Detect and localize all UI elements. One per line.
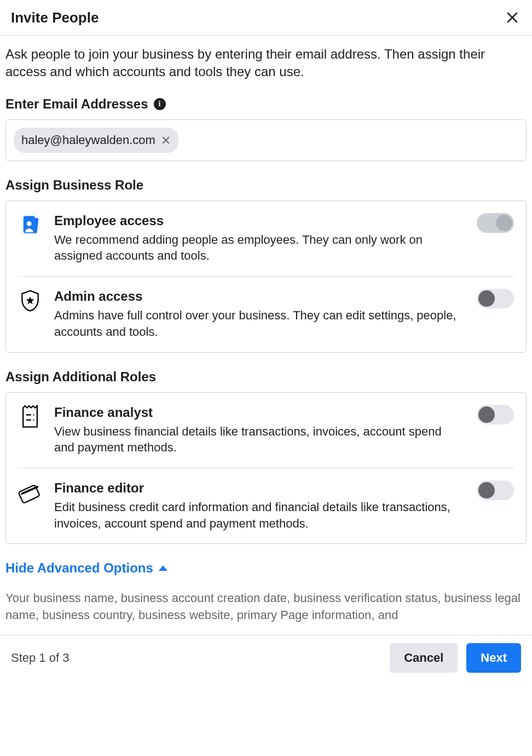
business-role-label: Assign Business Role [5, 177, 527, 193]
dialog-footer: Step 1 of 3 Cancel Next [0, 635, 532, 680]
close-icon [506, 11, 519, 24]
admin-access-toggle[interactable] [477, 289, 514, 308]
email-chip: haley@haleywalden.com [14, 128, 178, 153]
role-desc: We recommend adding people as employees.… [54, 232, 465, 264]
additional-roles-container: Finance analyst View business financial … [5, 392, 527, 545]
toggle-knob [478, 406, 495, 423]
role-text: Employee access We recommend adding peop… [54, 213, 465, 264]
close-button[interactable] [504, 9, 521, 26]
role-text: Admin access Admins have full control ov… [54, 289, 465, 340]
x-icon [161, 135, 171, 145]
dialog-header: Invite People [0, 0, 532, 36]
finance-analyst-toggle[interactable] [477, 405, 514, 425]
badge-icon [18, 213, 42, 236]
role-desc: Edit business credit card information an… [54, 499, 465, 531]
receipt-icon [18, 405, 42, 429]
role-item-finance-analyst: Finance analyst View business financial … [6, 393, 526, 468]
toggle-knob [478, 290, 495, 307]
card-icon [18, 480, 42, 506]
email-label-text: Enter Email Addresses [5, 96, 148, 112]
svg-marker-7 [26, 297, 34, 305]
role-desc: Admins have full control over your busin… [54, 307, 465, 340]
role-title: Admin access [54, 289, 465, 304]
next-button[interactable]: Next [466, 643, 521, 673]
role-title: Finance analyst [54, 405, 465, 420]
employee-access-toggle[interactable] [477, 213, 514, 233]
role-title: Finance editor [54, 480, 465, 496]
role-text: Finance analyst View business financial … [54, 405, 465, 456]
email-chip-text: haley@haleywalden.com [21, 133, 155, 147]
advanced-toggle-text: Hide Advanced Options [5, 560, 153, 576]
email-section-label: Enter Email Addresses i [5, 96, 527, 112]
role-desc: View business financial details like tra… [54, 423, 465, 456]
remove-chip-button[interactable] [161, 135, 171, 145]
toggle-knob [496, 215, 512, 231]
instruction-text: Ask people to join your business by ente… [5, 45, 527, 81]
email-input[interactable]: haley@haleywalden.com [5, 119, 527, 161]
footer-buttons: Cancel Next [390, 643, 521, 673]
role-item-employee: Employee access We recommend adding peop… [6, 201, 526, 276]
shield-icon [18, 289, 42, 313]
disclosure-text: Your business name, business account cre… [5, 590, 527, 631]
role-title: Employee access [54, 213, 465, 228]
cancel-button[interactable]: Cancel [390, 643, 458, 673]
dialog-content: Ask people to join your business by ente… [0, 36, 532, 631]
role-item-admin: Admin access Admins have full control ov… [6, 277, 526, 352]
svg-point-6 [27, 221, 32, 226]
business-roles-container: Employee access We recommend adding peop… [5, 201, 527, 353]
role-item-finance-editor: Finance editor Edit business credit card… [6, 468, 526, 543]
hide-advanced-options-link[interactable]: Hide Advanced Options [5, 560, 167, 576]
caret-up-icon [159, 565, 167, 571]
step-indicator: Step 1 of 3 [11, 651, 69, 665]
toggle-knob [478, 482, 495, 499]
info-icon[interactable]: i [154, 98, 166, 110]
role-text: Finance editor Edit business credit card… [54, 480, 465, 531]
additional-role-label: Assign Additional Roles [5, 369, 527, 385]
dialog-title: Invite People [11, 9, 99, 26]
finance-editor-toggle[interactable] [477, 480, 514, 500]
